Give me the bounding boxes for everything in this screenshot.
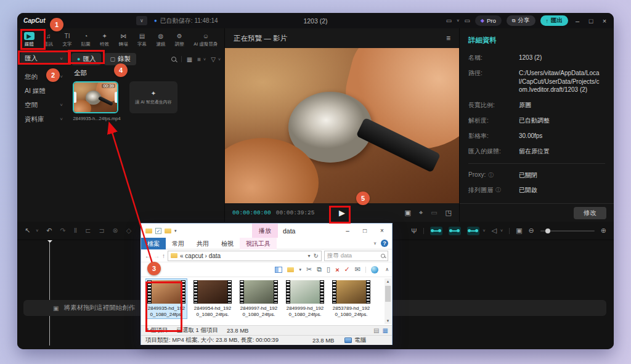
ribbon-tab[interactable]: 視訊工具 — [240, 238, 277, 249]
share-button[interactable]: ⧉ 分享 — [507, 15, 535, 26]
toggle-chevron-icon[interactable]: ˅ — [483, 229, 486, 233]
media-panel-tab[interactable]: ◍ 濾鏡 — [152, 31, 170, 49]
focus-crop-icon[interactable]: ⌖ — [419, 209, 423, 217]
ribbon-tab[interactable]: 檢視 — [215, 238, 240, 249]
scroll-up-icon[interactable]: ▲ — [386, 278, 390, 285]
media-category-item[interactable]: 資料庫 ˅ — [20, 112, 67, 126]
checkbox-icon[interactable]: ✓ — [155, 228, 161, 234]
audio-select-icon[interactable]: ◁ — [492, 227, 497, 235]
new-folder-chevron-icon[interactable]: ▾ — [299, 267, 301, 272]
mask-icon[interactable]: ◇ — [126, 227, 131, 235]
clip-handle-left[interactable] — [73, 92, 76, 103]
scrollbar-thumb[interactable] — [385, 286, 391, 302]
confirm-icon[interactable]: ✓ — [344, 265, 350, 273]
link-toggle-icon[interactable] — [449, 227, 461, 235]
list-view-icon[interactable]: ▤ — [373, 327, 379, 334]
help-icon[interactable]: ? — [381, 240, 388, 247]
zoom-in-icon[interactable]: ⊕ — [601, 227, 606, 235]
media-panel-tab[interactable]: ☺ AI 虛擬替身 — [189, 31, 223, 49]
file-item[interactable]: 2849997-hd_1920_1080_24fps. — [238, 279, 279, 318]
media-panel-tab[interactable]: ✦ 特效 — [96, 31, 114, 49]
audio-select-chevron-icon[interactable]: ˅ — [500, 229, 503, 233]
quality-icon[interactable]: ▭ — [431, 209, 437, 217]
split-icon[interactable]: Ⅱ — [74, 227, 77, 235]
microphone-icon[interactable]: Ψ — [411, 227, 417, 235]
up-icon[interactable]: ↑ — [162, 253, 165, 259]
folder-icon[interactable] — [165, 229, 171, 233]
preview-menu-icon[interactable]: ≡ — [446, 34, 450, 42]
select-tool-chevron-icon[interactable]: ˅ — [36, 229, 38, 233]
compare-frame-icon[interactable]: ▣ — [405, 209, 411, 217]
zoom-out-icon[interactable]: ⊖ — [529, 227, 534, 235]
preview-pane-icon[interactable] — [275, 267, 282, 273]
trim-right-icon[interactable]: ⊐ — [99, 227, 104, 235]
clip-handle-right[interactable] — [115, 92, 118, 103]
scroll-down-icon[interactable]: ▼ — [386, 318, 390, 324]
media-panel-tab[interactable]: ⚙ 調整 — [170, 31, 189, 49]
collapse-ribbon-icon[interactable]: ∧ — [385, 267, 389, 272]
trim-left-icon[interactable]: ⊏ — [85, 227, 91, 235]
mail-icon[interactable]: ✉ — [355, 265, 360, 273]
preview-video[interactable] — [225, 48, 459, 203]
scrollbar[interactable]: ▲ ▼ — [385, 278, 391, 324]
redo-icon[interactable]: ↷ — [60, 227, 66, 235]
paste-icon[interactable]: ▯ — [327, 265, 330, 273]
timeline-zoom-slider[interactable] — [540, 230, 595, 232]
back-icon[interactable]: ← — [145, 253, 151, 259]
delete-icon[interactable]: × — [335, 266, 339, 273]
fullscreen-icon[interactable]: ◳ — [446, 209, 452, 217]
sort-chevron-icon[interactable]: ˅ — [203, 57, 206, 62]
breadcrumb-chevron-icon[interactable]: ▾ — [308, 253, 311, 259]
filter-chevron-icon[interactable]: ˅ — [218, 57, 221, 62]
ai-generate-card[interactable]: ✦ 讓 AI 幫您產生內容 — [129, 81, 177, 113]
preview-axis-toggle-icon[interactable] — [467, 227, 479, 235]
file-item[interactable]: 2853789-hd_1920_1080_24fps. — [331, 279, 372, 318]
layout-alt-icon[interactable]: ▭ — [464, 17, 470, 24]
media-panel-tab[interactable]: ▤ 字幕 — [132, 31, 151, 49]
explorer-minimize-button[interactable]: – — [339, 224, 356, 238]
media-category-item[interactable]: AI 媒體 ˅ — [20, 84, 67, 98]
new-folder-icon[interactable] — [287, 267, 294, 272]
filter-icon[interactable]: ▽ — [211, 56, 216, 63]
undo-icon[interactable]: ↶ — [46, 227, 52, 235]
forward-icon[interactable]: → — [153, 253, 160, 259]
media-panel-tab[interactable]: ◔ 貼圖 — [76, 31, 95, 49]
breadcrumb[interactable]: « capcut › data ▾ ↻ — [168, 251, 322, 261]
ribbon-tab[interactable]: 共用 — [190, 238, 215, 249]
play-context-tab[interactable]: 播放 — [252, 224, 278, 238]
file-item[interactable]: 2849999-hd_1920_1080_24fps. — [285, 279, 325, 318]
copy-icon[interactable]: ⧉ — [317, 265, 322, 273]
minimize-button[interactable]: – — [573, 17, 582, 25]
search-box[interactable]: 搜尋 data — [324, 251, 388, 261]
layout-chevron-icon[interactable]: ˅ — [457, 18, 459, 23]
modify-button[interactable]: 修改 — [574, 207, 606, 219]
media-clip-thumbnail[interactable]: 00:39 — [73, 81, 118, 113]
explorer-maximize-button[interactable]: □ — [356, 224, 373, 238]
refresh-icon[interactable]: ↻ — [314, 253, 319, 259]
explorer-close-button[interactable]: × — [373, 224, 391, 238]
sort-icon[interactable]: ≡ — [197, 56, 201, 63]
ribbon-tab[interactable]: 檔案 — [141, 238, 166, 249]
shell-icon[interactable] — [371, 266, 378, 273]
fit-timeline-icon[interactable]: ▣ — [516, 227, 522, 235]
folder-icon[interactable] — [145, 229, 152, 233]
filter-all-tab[interactable]: 全部 — [74, 69, 221, 78]
ribbon-tab[interactable]: 常用 — [166, 238, 190, 249]
snap-toggle-icon[interactable] — [430, 227, 442, 235]
maximize-button[interactable]: □ — [587, 17, 595, 25]
select-tool-icon[interactable]: ↖ — [25, 227, 30, 235]
thumbnail-view-icon[interactable]: ▦ — [383, 327, 388, 334]
layout-switch-icon[interactable]: ▭ — [446, 17, 452, 24]
cut-icon[interactable]: ✂ — [306, 265, 312, 273]
media-category-item[interactable]: 空間 ˅ — [20, 98, 67, 112]
media-category-item[interactable]: 您的 ˅ — [20, 70, 67, 84]
search-icon[interactable] — [171, 57, 176, 62]
playhead[interactable] — [49, 240, 50, 346]
media-panel-tab[interactable]: TI 文字 — [58, 31, 76, 49]
pro-badge[interactable]: ◆ Pro — [475, 15, 502, 26]
delete-icon[interactable]: ⊗ — [113, 227, 118, 235]
close-button[interactable]: × — [600, 17, 609, 25]
ribbon-chevron-icon[interactable]: ∨ — [373, 241, 377, 246]
file-item[interactable]: 2849954-hd_1920_1080_24fps. — [192, 279, 233, 318]
export-button[interactable]: ↑ 匯出 — [540, 15, 569, 26]
